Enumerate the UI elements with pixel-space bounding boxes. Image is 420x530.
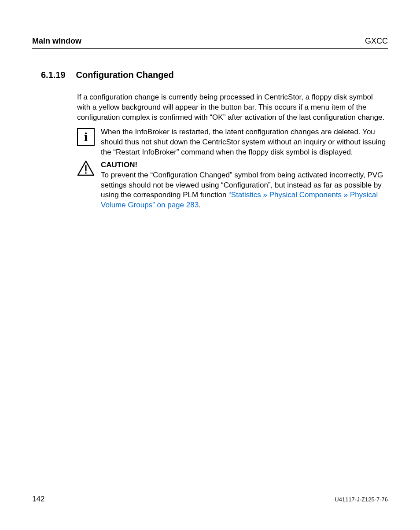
section-heading: 6.1.19 Configuration Changed: [41, 70, 388, 80]
caution-label: CAUTION!: [101, 160, 388, 170]
info-text: When the InfoBroker is restarted, the la…: [101, 127, 388, 158]
header-left: Main window: [32, 37, 81, 46]
intro-paragraph: If a configuration change is currently b…: [77, 92, 388, 123]
section-number: 6.1.19: [41, 70, 66, 80]
caution-icon: [77, 160, 95, 176]
page-header: Main window GXCC: [32, 37, 388, 49]
svg-point-2: [85, 172, 87, 174]
caution-text: CAUTION! To prevent the “Configuration C…: [101, 160, 388, 211]
section-title: Configuration Changed: [76, 70, 174, 80]
header-right: GXCC: [365, 37, 388, 46]
document-id: U41117-J-Z125-7-76: [335, 496, 388, 503]
info-icon: i: [77, 128, 95, 146]
caution-body-after: .: [199, 201, 201, 209]
page-footer: 142 U41117-J-Z125-7-76: [32, 491, 388, 504]
caution-block: CAUTION! To prevent the “Configuration C…: [77, 160, 388, 211]
page-number: 142: [32, 495, 44, 504]
info-block: i When the InfoBroker is restarted, the …: [77, 127, 388, 158]
